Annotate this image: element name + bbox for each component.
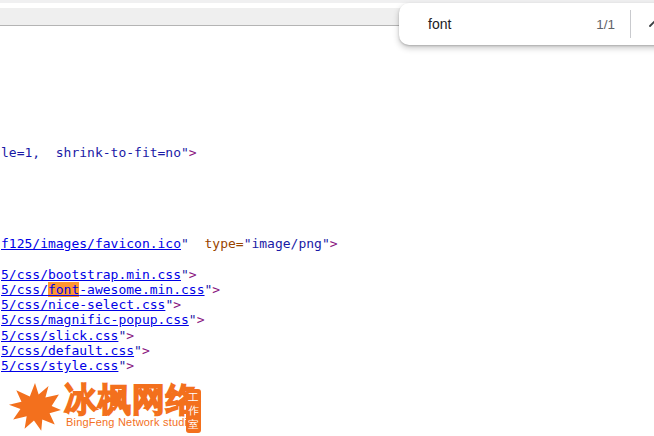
source-token: > [173, 297, 181, 312]
studio-badge: 工 作 室 [186, 389, 201, 433]
find-bar-divider [630, 10, 631, 38]
source-token: " [181, 267, 189, 282]
source-token: > [197, 312, 205, 327]
chevron-up-icon [645, 12, 654, 37]
source-line: le=1, shrink-to-fit=no"> [1, 145, 654, 160]
source-line-empty [1, 252, 654, 267]
source-link[interactable]: 5/css/bootstrap.min.css [1, 267, 181, 282]
find-previous-button[interactable] [645, 13, 654, 35]
source-line-empty [1, 130, 654, 145]
watermark-logo: 冰枫网络 BingFeng Network studio 工 作 室 [8, 382, 208, 436]
source-link[interactable]: f125/images/favicon.ico [1, 236, 181, 251]
source-link[interactable]: -awesome.min.css [79, 282, 204, 297]
source-line: 5/css/slick.css"> [1, 328, 654, 343]
match-counter: 1/1 [596, 17, 615, 32]
source-token: " [189, 312, 197, 327]
source-line-empty [1, 85, 654, 100]
source-token: "image/png" [244, 236, 330, 251]
flame-leaf-icon [8, 383, 62, 436]
view-source-page: le=1, shrink-to-fit=no">f125/images/favi… [0, 0, 654, 436]
source-token: > [126, 358, 134, 373]
source-token: " [134, 343, 142, 358]
source-line-empty [1, 69, 654, 84]
source-link[interactable]: 5/css/slick.css [1, 328, 118, 343]
source-line-empty [1, 221, 654, 236]
source-line-empty [1, 54, 654, 69]
source-line: 5/css/magnific-popup.css"> [1, 312, 654, 327]
source-line-empty [1, 115, 654, 130]
brand-name-cn: 冰枫网络 [64, 383, 200, 416]
source-token: > [126, 328, 134, 343]
source-line: 5/css/default.css"> [1, 343, 654, 358]
source-link[interactable]: 5/css/magnific-popup.css [1, 312, 189, 327]
brand-name-en: BingFeng Network studio [66, 416, 194, 428]
source-link[interactable]: 5/css/ [1, 282, 48, 297]
source-line: 5/css/font-awesome.min.css"> [1, 282, 654, 297]
source-line-empty [1, 191, 654, 206]
source-token: le=1, shrink-to-fit=no" [1, 145, 189, 160]
source-line: 5/css/nice-select.css"> [1, 297, 654, 312]
source-line-empty [1, 161, 654, 176]
source-token: > [189, 267, 197, 282]
source-line: 5/css/style.css"> [1, 358, 654, 373]
view-source-content: le=1, shrink-to-fit=no">f125/images/favi… [1, 39, 654, 373]
source-link[interactable]: 5/css/nice-select.css [1, 297, 165, 312]
source-token: > [189, 145, 197, 160]
source-token [189, 236, 205, 251]
source-line: f125/images/favicon.ico" type="image/png… [1, 236, 654, 251]
badge-char: 作 [188, 404, 199, 418]
source-token: > [330, 236, 338, 251]
source-token: > [142, 343, 150, 358]
badge-char: 工 [188, 391, 199, 405]
source-link[interactable]: 5/css/default.css [1, 343, 134, 358]
source-line-empty [1, 100, 654, 115]
source-token: " [181, 236, 189, 251]
source-line-empty [1, 176, 654, 191]
find-match-highlight[interactable]: font [48, 282, 79, 297]
find-bar: font 1/1 [399, 3, 654, 45]
source-link[interactable]: 5/css/style.css [1, 358, 118, 373]
source-token: > [212, 282, 220, 297]
source-line-empty [1, 206, 654, 221]
source-line: 5/css/bootstrap.min.css"> [1, 267, 654, 282]
source-token: type= [205, 236, 244, 251]
find-input[interactable]: font [428, 16, 451, 32]
badge-char: 室 [188, 418, 199, 432]
